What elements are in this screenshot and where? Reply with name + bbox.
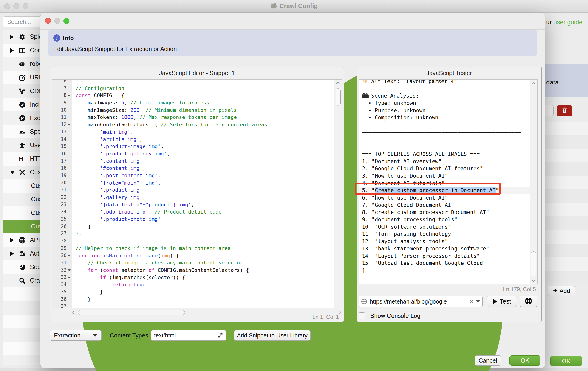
editor-vertical-scrollbar[interactable] [334,80,342,308]
code-line: 27}; [52,230,334,237]
tester-output[interactable]: Alt Text: "layout parser 4"Scene Analysi… [358,79,538,284]
code-line: 37 [52,303,334,308]
cancel-button[interactable]: Cancel [474,355,501,366]
tester-line: 15. "Upload test document Google Cloud" [359,260,530,267]
code-editor[interactable]: 67// Configuration8const CONFIG = {9 max… [52,79,342,308]
trash-icon [561,107,568,114]
clear-url-icon[interactable]: × [470,299,474,304]
chevron-down-icon[interactable] [10,171,16,174]
scroll-down-icon[interactable] [532,278,536,282]
tester-line: Alt Text: "layout parser 4" [359,80,530,85]
url-dropdown-icon[interactable] [476,300,480,303]
sidebar-item-label: Spe [30,128,41,135]
show-console-label: Show Console Log [370,312,420,319]
code-line: 20 '[role="main"] img', [52,179,334,187]
gear-icon [19,33,27,41]
fold-caret-icon[interactable] [68,124,71,126]
robot-icon [19,61,27,68]
panel-fragment-text: data. [546,79,560,86]
code-line: 13 'main img', [52,128,334,136]
table-rows-background [540,122,588,283]
code-line: 24 '.pdp-image img', // Product detail p… [52,208,334,216]
letter-h-icon: H [19,155,27,162]
sidebar-item-label: HTT [30,155,42,162]
search-icon [19,277,27,284]
tester-line: 6. "how to use Document AI" [359,194,530,202]
chevron-right-icon[interactable] [10,251,16,256]
tester-line [359,122,530,129]
content-types-input[interactable]: text/html [151,330,226,341]
code-line: 17 '.content img', [52,157,334,165]
info-panel-fragment: data. [540,64,588,97]
tester-line [359,143,530,151]
scroll-left-icon[interactable] [72,310,77,315]
user-guide-link[interactable]: user guide [554,19,582,26]
fold-caret-icon[interactable] [68,269,71,271]
plus-icon [553,288,558,295]
modal-titlebar: Custom JavaScript Snippet Editor [41,13,545,30]
scrollbar-thumb[interactable] [78,310,185,315]
ok-button-main-window[interactable]: OK [550,356,582,366]
code-line: 11 maxTokens: 1000, // Max response toke… [52,114,334,121]
info-banner-title: Info [63,35,74,42]
code-line: 28 [52,237,334,245]
gauge-icon [19,128,27,135]
edit-icon [19,74,27,81]
user-lock-icon [19,250,27,257]
content-types-value: text/html [154,332,218,339]
editor-panel-header: JavaScript Editor - Snippet 1 [50,70,344,77]
code-line: 14 'article img', [52,136,334,143]
chevron-right-icon[interactable] [10,35,16,39]
scrollbar-thumb[interactable] [531,251,536,277]
spy-icon [19,142,27,149]
tester-line: ] [359,267,530,274]
tester-line: 3. "How to use Document AI" [359,172,530,180]
info-banner-text: Edit JavaScript Snippet for Extraction o… [53,45,177,52]
fold-caret-icon[interactable] [68,277,71,279]
url-value: https://metehan.ai/blog/google [370,298,468,305]
code-line: 25 '.product-photo img' [52,216,334,223]
user-guide-text: ur user guide [546,19,582,26]
chevron-right-icon[interactable] [10,48,16,53]
ok-button[interactable]: OK [509,355,540,366]
tester-line: 10. "OCR software solutions" [359,223,530,231]
scrollbar-thumb[interactable] [336,88,341,106]
editor-horizontal-scrollbar[interactable] [72,310,342,315]
tester-line: 4. "Document AI tutorials" [359,180,530,187]
show-console-row: Show Console Log [358,312,420,319]
divider [540,56,588,56]
code-line: 35 } [52,288,334,296]
add-button[interactable]: Add [547,286,575,296]
open-browser-button[interactable] [520,296,537,307]
check-circle-icon [19,101,27,108]
divider [106,328,106,342]
show-console-checkbox[interactable] [358,312,365,319]
tester-line: ————————————————————————————————————————… [359,129,530,136]
snippet-mode-select[interactable]: Extraction [50,330,102,341]
tester-vertical-scrollbar[interactable] [530,80,537,284]
x-circle-icon [19,115,27,122]
add-snippet-to-library-button[interactable]: Add Snippet to User Library [234,330,311,341]
tester-line: 2. "Google Cloud Document AI features" [359,165,530,172]
selected-text: Create custom processor in Document AI [375,187,495,193]
expand-icon[interactable] [218,333,223,338]
tester-line: Scene Analysis: [359,92,530,100]
delete-button[interactable] [557,105,572,116]
code-line: 9 maxImages: 5, // Limit images to proce… [52,99,334,106]
app-icon-frog [270,2,277,9]
code-line: 32 for (const selector of CONFIG.mainCon… [52,267,334,274]
fold-caret-icon[interactable] [68,255,71,257]
tester-line: 7. "Google Cloud Document AI" [359,202,530,209]
code-line: 23 '[data-testid*="product"] img', [52,201,334,208]
tester-line: • Composition: unknown [359,114,530,122]
code-line: 10 minImageSize: 200, // Minimum dimensi… [52,106,334,114]
scroll-up-icon[interactable] [336,82,340,86]
url-input[interactable]: https://metehan.ai/blog/google × [358,296,483,307]
columns-icon [19,47,27,54]
fold-caret-icon[interactable] [68,95,71,97]
test-button[interactable]: Test [487,296,517,307]
chevron-right-icon[interactable] [10,238,16,242]
scroll-up-icon[interactable] [532,82,536,86]
tools-icon [19,169,27,176]
tester-line: 11. "form parsing technology" [359,230,530,238]
